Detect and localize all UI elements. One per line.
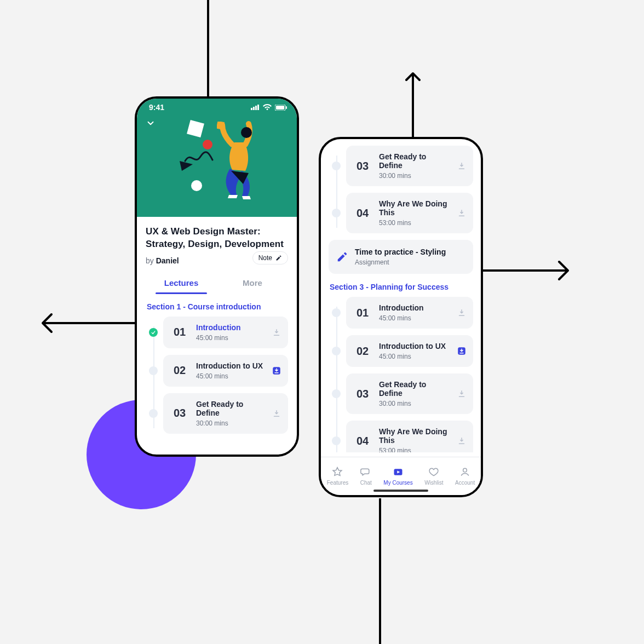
tabs: Lectures More (146, 273, 288, 294)
lecture-number: 02 (170, 364, 189, 377)
lecture-row[interactable]: 03 Get Ready to Define 30:00 mins (332, 146, 473, 186)
tab-account[interactable]: Account (455, 467, 475, 486)
lecture-title: Get Ready to Define (379, 152, 450, 170)
lecture-duration: 45:00 mins (196, 372, 265, 380)
lecture-row[interactable]: 02 Introduction to UX 45:00 mins (332, 335, 473, 367)
assignment-card[interactable]: Time to practice - Styling Assignment (329, 240, 473, 274)
pencil-icon (336, 251, 348, 263)
download-icon[interactable] (272, 409, 281, 418)
download-icon[interactable] (457, 346, 467, 356)
lecture-duration: 30:00 mins (379, 172, 450, 180)
lecture-duration: 45:00 mins (379, 353, 450, 360)
course-hero: 9:41 (137, 99, 297, 217)
lecture-duration: 45:00 mins (196, 334, 265, 342)
arrow-down-icon (372, 498, 388, 644)
course-title: UX & Web Design Master: Strategy, Design… (146, 226, 288, 251)
home-indicator (373, 490, 428, 492)
svg-point-17 (191, 180, 202, 191)
arrow-left-icon (33, 311, 148, 335)
note-button[interactable]: Note (252, 251, 288, 264)
lecture-number: 03 (353, 388, 372, 400)
svg-point-18 (241, 127, 252, 138)
lecture-number: 01 (353, 307, 372, 319)
lecture-title: Introduction (196, 323, 265, 332)
download-icon[interactable] (272, 327, 281, 337)
lecture-row[interactable]: 01 Introduction 45:00 mins (149, 317, 288, 348)
tab-wishlist[interactable]: Wishlist (424, 467, 443, 486)
byline: by Daniel (146, 256, 179, 265)
lecture-duration: 53:00 mins (379, 447, 450, 452)
progress-dot (149, 409, 158, 418)
tab-lectures[interactable]: Lectures (146, 273, 217, 293)
lecture-title: Introduction to UX (379, 342, 450, 350)
chat-icon (360, 467, 371, 478)
user-icon (459, 467, 470, 478)
progress-dot (332, 308, 341, 317)
lecture-duration: 45:00 mins (379, 314, 450, 322)
lecture-row[interactable]: 03 Get Ready to Define 30:00 mins (149, 393, 288, 434)
progress-dot (332, 436, 341, 445)
tab-my-courses[interactable]: My Courses (383, 467, 412, 486)
lecture-list-top: 03 Get Ready to Define 30:00 mins 04 Why… (332, 146, 473, 233)
lecture-duration: 30:00 mins (379, 400, 450, 407)
svg-rect-13 (187, 120, 204, 137)
arrow-right-icon (468, 258, 578, 283)
phone-mockup-right: 03 Get Ready to Define 30:00 mins 04 Why… (319, 137, 483, 497)
download-icon[interactable] (457, 389, 467, 399)
hero-illustration (137, 99, 297, 217)
lecture-title: Introduction to UX (196, 361, 265, 370)
lecture-duration: 30:00 mins (196, 419, 265, 427)
edit-icon (275, 255, 282, 261)
progress-dot (332, 209, 341, 217)
lecture-number: 04 (353, 207, 372, 220)
tab-more[interactable]: More (217, 273, 288, 293)
lecture-number: 04 (353, 435, 372, 447)
lecture-title: Why Are We Doing This (379, 199, 450, 217)
lecture-list-section3: 01 Introduction 45:00 mins 02 Introducti… (332, 297, 473, 452)
lecture-row[interactable]: 02 Introduction to UX 45:00 mins (149, 355, 288, 387)
lecture-title: Get Ready to Define (196, 400, 265, 417)
play-icon (393, 467, 404, 478)
star-icon (332, 467, 343, 478)
lecture-title: Why Are We Doing This (379, 427, 450, 445)
lecture-row[interactable]: 04 Why Are We Doing This 53:00 mins (332, 193, 473, 233)
download-icon[interactable] (457, 308, 467, 318)
tab-chat[interactable]: Chat (360, 467, 372, 486)
lecture-title: Get Ready to Define (379, 380, 450, 398)
progress-dot (332, 162, 341, 170)
download-icon[interactable] (457, 208, 467, 218)
lecture-row[interactable]: 04 Why Are We Doing This 53:00 mins (332, 421, 473, 452)
lecture-duration: 53:00 mins (379, 219, 450, 227)
download-icon[interactable] (272, 366, 281, 376)
phone-mockup-left: 9:41 (135, 96, 299, 457)
progress-dot (149, 366, 158, 375)
section-1-title: Section 1 - Course introduction (147, 302, 287, 311)
lecture-number: 02 (353, 345, 372, 358)
lecture-row[interactable]: 01 Introduction 45:00 mins (332, 297, 473, 329)
assignment-sub: Assignment (355, 258, 446, 266)
assignment-title: Time to practice - Styling (355, 248, 446, 256)
lecture-list: 01 Introduction 45:00 mins 02 Introducti… (149, 317, 288, 434)
download-icon[interactable] (457, 161, 467, 171)
lecture-row[interactable]: 03 Get Ready to Define 30:00 mins (332, 373, 473, 414)
section-3-title: Section 3 - Planning for Success (330, 283, 472, 291)
bottom-tab-bar: Features Chat My Courses Wishlist Accoun… (321, 457, 481, 495)
lecture-number: 01 (170, 326, 189, 338)
lecture-title: Introduction (379, 303, 450, 312)
arrow-up-icon (200, 0, 216, 110)
heart-icon (428, 467, 439, 478)
svg-point-15 (203, 140, 212, 150)
download-icon[interactable] (457, 436, 467, 446)
lecture-number: 03 (170, 407, 189, 419)
svg-point-30 (463, 468, 467, 472)
arrow-up-icon (405, 64, 421, 143)
check-icon (149, 328, 158, 337)
progress-dot (332, 347, 341, 355)
lecture-number: 03 (353, 160, 372, 173)
progress-dot (332, 389, 341, 398)
tab-features[interactable]: Features (327, 467, 348, 486)
